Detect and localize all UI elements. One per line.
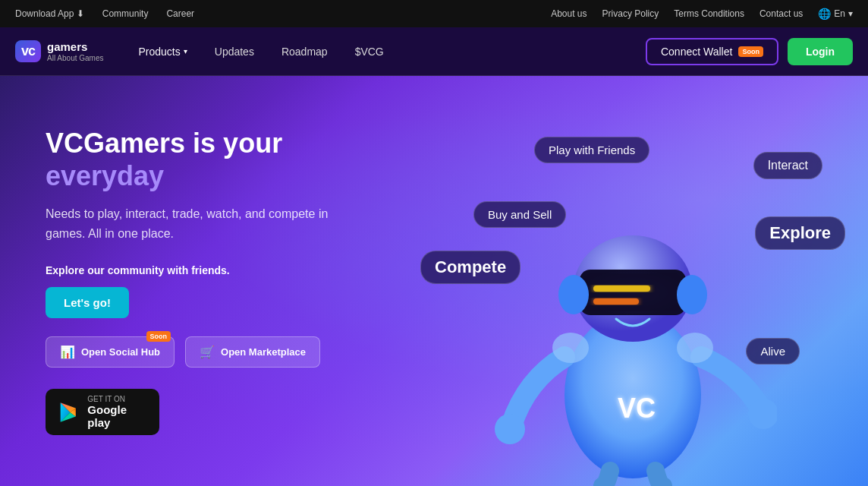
svg-text:VC: VC	[618, 393, 656, 424]
contact-us-link[interactable]: Contact us	[760, 8, 803, 19]
download-app-link[interactable]: Download App ⬇	[15, 8, 84, 19]
marketplace-label: Open Marketplace	[221, 346, 306, 358]
social-hub-label: Open Social Hub	[81, 346, 160, 358]
robot-figure: VC	[489, 137, 777, 486]
gp-name: Google play	[87, 403, 147, 429]
logo[interactable]: vc gamers All About Games	[15, 40, 104, 62]
language-selector[interactable]: 🌐 En ▾	[818, 8, 853, 20]
soon-badge: Soon	[738, 46, 763, 57]
language-label: En	[834, 8, 845, 19]
google-play-icon	[58, 400, 80, 424]
chevron-down-icon: ▾	[848, 8, 853, 19]
hero-section: VCGamers is your everyday Needs to play,…	[0, 76, 868, 486]
svg-point-17	[677, 333, 713, 363]
svg-point-15	[677, 275, 707, 314]
nav-updates[interactable]: Updates	[204, 39, 265, 64]
top-bar: Download App ⬇ Community Career About us…	[0, 0, 868, 27]
marketplace-icon: 🛒	[200, 345, 215, 359]
google-play-button[interactable]: GET IT ON Google play	[46, 389, 159, 435]
svg-point-14	[558, 275, 589, 314]
top-bar-right: About us Privacy Policy Terms Conditions…	[551, 8, 853, 20]
open-marketplace-button[interactable]: 🛒 Open Marketplace	[185, 336, 320, 368]
svg-rect-13	[593, 298, 639, 305]
action-buttons: 📊 Open Social Hub Soon 🛒 Open Marketplac…	[46, 336, 349, 368]
svg-point-6	[495, 414, 525, 444]
hero-content: VCGamers is your everyday Needs to play,…	[0, 127, 395, 436]
gp-get-it: GET IT ON	[87, 395, 147, 403]
connect-wallet-label: Connect Wallet	[661, 46, 732, 58]
login-button[interactable]: Login	[788, 38, 853, 65]
terms-conditions-link[interactable]: Terms Conditions	[674, 8, 744, 19]
lets-go-button[interactable]: Let's go!	[46, 287, 129, 318]
chevron-down-icon: ▾	[184, 47, 187, 55]
nav-roadmap[interactable]: Roadmap	[271, 39, 338, 64]
svg-rect-11	[584, 273, 681, 311]
nav-links: Products ▾ Updates Roadmap $VCG	[128, 39, 646, 64]
connect-wallet-button[interactable]: Connect Wallet Soon	[646, 38, 778, 65]
social-hub-soon-badge: Soon	[146, 331, 171, 342]
social-hub-icon: 📊	[60, 345, 75, 359]
about-us-link[interactable]: About us	[551, 8, 587, 19]
career-link[interactable]: Career	[166, 8, 194, 19]
logo-text-group: gamers All About Games	[47, 40, 103, 62]
logo-name: gamers	[47, 40, 103, 54]
nav-vcg[interactable]: $VCG	[344, 39, 395, 64]
open-social-hub-button[interactable]: 📊 Open Social Hub Soon	[46, 336, 175, 368]
top-bar-left: Download App ⬇ Community Career	[15, 8, 194, 19]
community-link[interactable]: Community	[102, 8, 149, 19]
nav-right: Connect Wallet Soon Login	[646, 38, 853, 65]
hero-subtitle: Needs to play, interact, trade, watch, a…	[46, 204, 349, 243]
nav-products[interactable]: Products ▾	[128, 39, 198, 64]
hero-title-plain: VCGamers is your	[46, 128, 282, 159]
explore-text: Explore our community with friends.	[46, 264, 349, 276]
globe-icon: 🌐	[818, 8, 831, 20]
navbar: vc gamers All About Games Products ▾ Upd…	[0, 27, 868, 76]
hero-right: Play with Friends Interact Buy and Sell …	[398, 76, 868, 486]
hero-title: VCGamers is your everyday	[46, 127, 349, 192]
logo-tagline: All About Games	[47, 54, 103, 62]
hero-title-highlight: everyday	[46, 160, 164, 191]
svg-rect-12	[593, 286, 650, 292]
privacy-policy-link[interactable]: Privacy Policy	[602, 8, 659, 19]
svg-point-16	[552, 333, 589, 363]
google-play-text: GET IT ON Google play	[87, 395, 147, 429]
logo-badge: vc	[15, 40, 41, 62]
